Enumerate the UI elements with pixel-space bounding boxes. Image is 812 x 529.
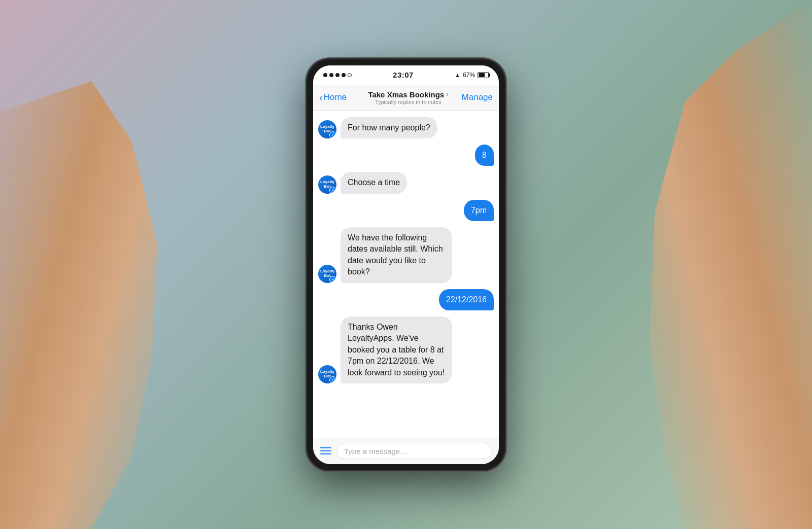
message-row-5: LoyaltyBot ✓ We have the following dates… [318,227,494,283]
user-bubble-2: 7pm [464,200,494,221]
signal-dot-1 [323,73,327,77]
scene: 23:07 ▲ 67% ‹ Home Take Xmas Bookin [0,0,812,529]
nav-center: Take Xmas Bookings › Typically replies i… [355,90,462,105]
nav-title: Take Xmas Bookings › [368,90,448,99]
bot-avatar-3: LoyaltyBot ✓ [318,265,336,283]
message-input-field[interactable]: Type a message... [336,443,492,459]
messenger-badge-1: ✓ [329,131,336,138]
messenger-icon-2: ✓ [331,188,334,192]
user-message-1-text: 8 [482,151,487,159]
hamburger-line-1 [320,447,331,448]
status-bar: 23:07 ▲ 67% [313,65,499,85]
hand-left [0,0,178,529]
message-row-3: LoyaltyBot ✓ Choose a time [318,172,494,193]
menu-icon[interactable] [320,447,331,454]
phone-screen: 23:07 ▲ 67% ‹ Home Take Xmas Bookin [313,65,499,464]
battery-icon [478,72,489,78]
message-row-7: LoyaltyBot ✓ Thanks Owen LoyaltyApps. We… [318,316,494,383]
bot-message-4-text: Thanks Owen LoyaltyApps. We've booked yo… [348,323,445,377]
signal-dot-3 [335,73,340,77]
back-chevron-icon: ‹ [319,92,323,102]
hamburger-line-3 [320,453,331,454]
messenger-badge-4: ✓ [329,376,336,383]
battery-fill [479,73,485,77]
battery-percent: 67% [463,72,475,79]
hamburger-line-2 [320,450,331,451]
input-bar: Type a message... [313,438,499,464]
signal-dot-5 [348,73,352,77]
messenger-badge-3: ✓ [329,276,336,283]
bot-bubble-2: Choose a time [341,172,407,193]
message-row-4: 7pm [318,200,494,221]
bot-avatar-4: LoyaltyBot ✓ [318,365,336,383]
signal-dot-2 [329,73,333,77]
bot-message-3-text: We have the following dates available st… [348,233,443,276]
user-message-2-text: 7pm [471,206,487,215]
messenger-icon-3: ✓ [331,277,334,281]
back-label: Home [324,92,347,102]
message-row-1: LoyaltyBot ✓ For how many people? [318,117,494,138]
user-message-3-text: 22/12/2016 [446,295,487,304]
messenger-icon-1: ✓ [331,133,334,137]
status-time: 23:07 [393,70,414,79]
user-bubble-1: 8 [475,145,494,166]
bot-message-1-text: For how many people? [348,123,430,132]
signal-indicators [323,73,352,77]
navigation-bar: ‹ Home Take Xmas Bookings › Typically re… [313,85,499,111]
message-row-2: 8 [318,145,494,166]
status-right-group: ▲ 67% [455,72,489,79]
location-icon: ▲ [455,72,460,78]
bot-bubble-1: For how many people? [341,117,437,138]
bot-avatar-1: LoyaltyBot ✓ [318,120,336,138]
message-row-6: 22/12/2016 [318,289,494,310]
bot-message-2-text: Choose a time [348,178,400,187]
back-button[interactable]: ‹ Home [319,92,355,102]
message-placeholder: Type a message... [344,447,407,455]
phone-frame: 23:07 ▲ 67% ‹ Home Take Xmas Bookin [307,59,505,470]
bot-bubble-4: Thanks Owen LoyaltyApps. We've booked yo… [341,316,452,383]
manage-button[interactable]: Manage [462,92,493,102]
messenger-icon-4: ✓ [331,378,334,382]
signal-dot-4 [342,73,346,77]
bot-bubble-3: We have the following dates available st… [341,227,452,283]
bot-avatar-2: LoyaltyBot ✓ [318,175,336,194]
nav-subtitle: Typically replies in minutes [375,99,442,105]
messenger-badge-2: ✓ [329,187,336,194]
nav-title-chevron-icon: › [446,91,448,98]
chat-area: LoyaltyBot ✓ For how many people? 8 [313,111,499,438]
nav-title-text: Take Xmas Bookings [368,90,444,99]
user-bubble-3: 22/12/2016 [439,289,494,310]
hand-right [634,0,812,529]
